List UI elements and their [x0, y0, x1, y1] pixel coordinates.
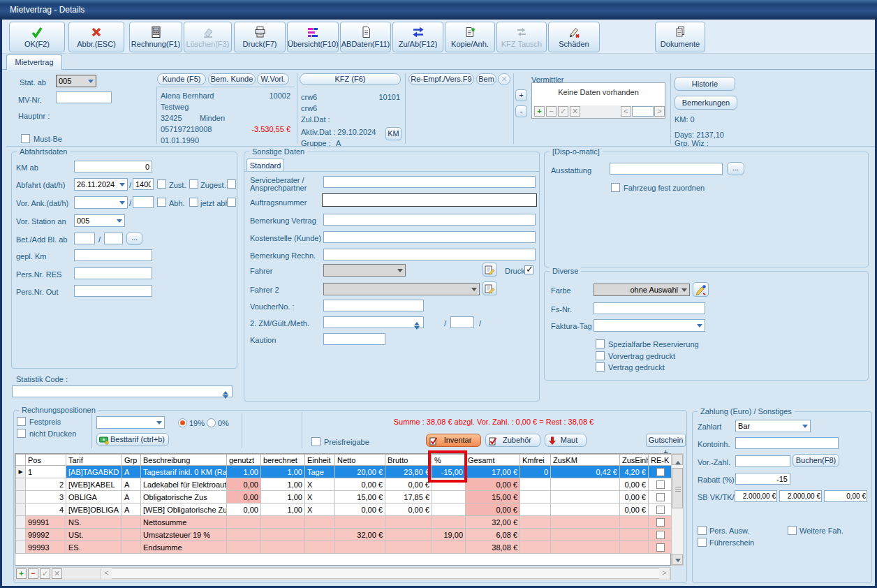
cell-genutzt[interactable]: 1,00	[227, 466, 261, 478]
cell-tarif[interactable]: [AB]TAGABKD	[66, 466, 122, 478]
druck-checkbox[interactable]	[524, 265, 533, 274]
rek-checkbox[interactable]	[656, 506, 665, 514]
row-selector[interactable]	[16, 491, 26, 504]
zugest-checkbox[interactable]	[189, 179, 198, 189]
cell-einheit[interactable]: X	[305, 478, 335, 491]
cell-beschreibung[interactable]: Tagestarif inkl. 0 KM (Rat	[141, 466, 227, 478]
row-selector[interactable]	[16, 516, 26, 529]
fs-nr-input[interactable]	[594, 302, 705, 314]
cell-rek[interactable]	[649, 478, 672, 491]
cell-zuskm[interactable]	[551, 541, 620, 554]
zuab-button[interactable]: Zu/Ab(F12)	[392, 22, 443, 52]
historie-button[interactable]: Historie	[675, 77, 735, 91]
cell-kmfrei[interactable]	[520, 491, 551, 504]
cell-genutzt[interactable]: 0,00	[227, 504, 261, 516]
vat-0-radio[interactable]	[207, 418, 216, 427]
cell-tarif[interactable]: ES.	[66, 541, 122, 554]
km-button[interactable]: KM	[385, 127, 401, 140]
gepl-km-input[interactable]	[74, 249, 152, 261]
cell-gesamt[interactable]: 17,00 €	[466, 466, 520, 478]
weitere-fah-checkbox[interactable]	[788, 526, 797, 535]
cell-berechnet[interactable]	[261, 529, 305, 541]
row-add-button[interactable]: +	[16, 568, 27, 579]
add-bl-input[interactable]	[104, 233, 123, 244]
statistik-spinner[interactable]	[223, 388, 230, 402]
cell-tarif[interactable]: [WEB]KABEL	[66, 478, 122, 491]
tarif-select[interactable]	[96, 416, 165, 429]
cell-grp[interactable]: A	[122, 504, 141, 516]
cell-rek[interactable]	[649, 529, 672, 541]
cell-berechnet[interactable]: 1,00	[261, 478, 305, 491]
farbe-select[interactable]: ohne Auswahl	[594, 284, 690, 296]
gutschein-button[interactable]: Gutschein +	[646, 434, 686, 447]
scroll-thumb[interactable]	[672, 468, 683, 508]
cell-genutzt[interactable]	[227, 529, 261, 541]
abh-checkbox[interactable]	[157, 198, 166, 207]
vor-ank-date-select[interactable]	[74, 196, 128, 209]
rek-checkbox[interactable]	[656, 468, 665, 476]
sb-third-input[interactable]	[824, 490, 867, 502]
cell-gesamt[interactable]: 6,08 €	[466, 529, 520, 541]
kunde-button[interactable]: Kunde (F5)	[157, 73, 206, 85]
cell-rek[interactable]	[649, 516, 672, 529]
cell-genutzt[interactable]	[227, 541, 261, 554]
cell-zuskm[interactable]	[551, 529, 620, 541]
cell-tarif[interactable]: NS.	[66, 516, 122, 529]
rechnung-button[interactable]: Rechnung(F1)	[129, 22, 182, 52]
cell-zuseinh[interactable]: 0,00 €	[620, 491, 649, 504]
cell-genutzt[interactable]: 0,00	[227, 491, 261, 504]
cell-gesamt[interactable]: 15,00 €	[466, 491, 520, 504]
cell-beschreibung[interactable]: Endsumme	[141, 541, 227, 554]
cell-grp[interactable]	[122, 516, 141, 529]
kontoinh-input[interactable]	[735, 437, 839, 449]
cell-grp[interactable]	[122, 541, 141, 554]
dokumente-button[interactable]: Dokumente	[655, 22, 705, 52]
fahrzeug-fest-checkbox[interactable]	[611, 183, 620, 192]
vermittler-prev-button[interactable]: <	[621, 106, 631, 117]
cell-pos[interactable]: 99992	[26, 529, 66, 541]
zahlart-select[interactable]: Bar	[735, 420, 811, 432]
zubehoer-button[interactable]: Zubehör	[485, 434, 540, 447]
must-be-checkbox[interactable]	[21, 134, 30, 143]
fahrer-edit-button[interactable]	[482, 263, 497, 277]
cell-zuseinh[interactable]	[620, 541, 649, 554]
faktura-tag-select[interactable]	[594, 319, 705, 332]
cell-zuseinh[interactable]	[620, 516, 649, 529]
cell-prozent[interactable]: 19,00	[432, 529, 466, 541]
zm-spinner[interactable]	[414, 318, 422, 333]
table-row[interactable]: ▶ 1 [AB]TAGABKD A Tagestarif inkl. 0 KM …	[16, 466, 672, 478]
ausstattung-input[interactable]	[610, 163, 723, 175]
cell-kmfrei[interactable]: 0	[520, 466, 551, 478]
fahrer-select[interactable]	[323, 264, 406, 277]
abfahrt-date-select[interactable]: 26.11.2024	[74, 178, 128, 191]
auftragsnummer-input[interactable]	[322, 193, 537, 207]
bemerkungen-button[interactable]: Bemerkungen	[675, 96, 737, 110]
cell-tarif[interactable]: USt.	[66, 529, 122, 541]
cell-pos[interactable]: 1	[26, 466, 66, 478]
cell-netto[interactable]: 32,00 €	[335, 529, 385, 541]
vermittler-post-button[interactable]: ✓	[558, 106, 568, 117]
cell-prozent[interactable]	[432, 516, 466, 529]
row-post-button[interactable]: ✓	[40, 568, 50, 579]
cell-brutto[interactable]	[385, 516, 432, 529]
rek-checkbox[interactable]	[656, 543, 665, 552]
bem-button[interactable]: Bem	[476, 73, 496, 85]
cell-pos[interactable]: 3	[26, 491, 66, 504]
table-row[interactable]: 3 OBLIGA A Obligatorische Zus 0,00 1,00 …	[16, 491, 672, 504]
spezialfarbe-checkbox[interactable]	[596, 339, 605, 348]
cell-tarif[interactable]: OBLIGA	[66, 491, 122, 504]
row-cancel-button[interactable]: ✕	[52, 568, 62, 579]
cell-einheit[interactable]: Tage	[305, 466, 335, 478]
kostenstelle-input[interactable]	[323, 231, 536, 243]
grid-hscrollbar[interactable]: < >	[101, 568, 670, 579]
rek-checkbox[interactable]	[656, 531, 665, 539]
cell-genutzt[interactable]	[227, 516, 261, 529]
row-selector[interactable]	[16, 529, 26, 541]
cell-beschreibung[interactable]: Umsatzsteuer 19 %	[141, 529, 227, 541]
ok-button[interactable]: OK(F2)	[9, 22, 65, 52]
cell-brutto[interactable]: 0,00 €	[385, 478, 432, 491]
w-vorl-button[interactable]: W.Vorl.	[257, 73, 289, 85]
cell-tarif[interactable]: [WEB]OBLIGA	[66, 504, 122, 516]
sb-tk-input[interactable]	[779, 490, 822, 502]
cell-rek[interactable]	[649, 541, 672, 554]
